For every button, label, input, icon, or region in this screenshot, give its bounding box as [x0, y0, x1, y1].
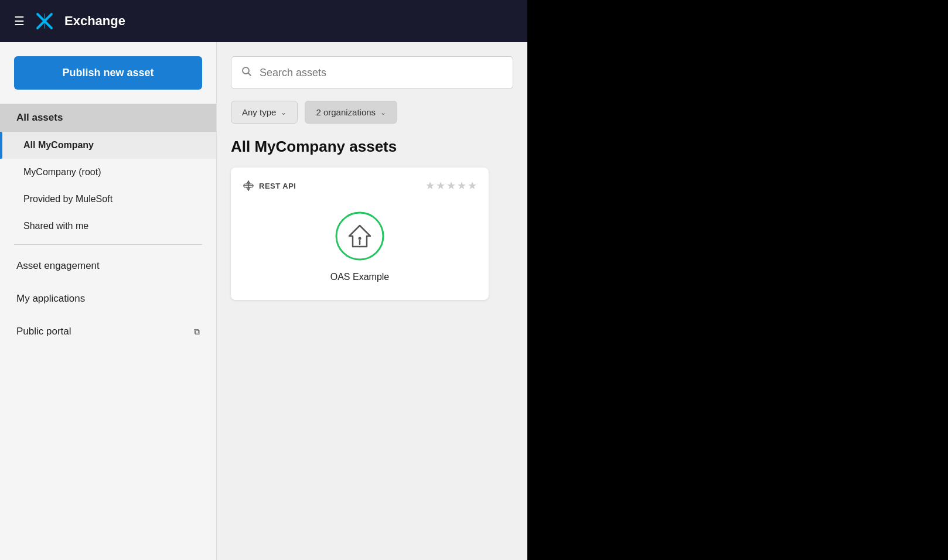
star-rating: ★ ★ ★ ★ ★	[425, 179, 477, 192]
external-link-icon: ⧉	[194, 327, 200, 337]
app-title: Exchange	[64, 13, 125, 29]
sidebar-navigation: All assets All MyCompany MyCompany (root…	[0, 104, 216, 348]
star-4: ★	[457, 179, 466, 192]
rest-api-icon	[243, 180, 254, 192]
exchange-logo	[34, 11, 55, 32]
star-5: ★	[468, 179, 477, 192]
sidebar-item-all-assets[interactable]: All assets	[0, 104, 216, 132]
publish-new-asset-button[interactable]: Publish new asset	[14, 56, 202, 90]
type-filter-label: Any type	[242, 107, 276, 117]
card-header: REST API ★ ★ ★ ★ ★	[243, 179, 477, 192]
star-1: ★	[425, 179, 435, 192]
sidebar-item-asset-engagement[interactable]: Asset engagement	[0, 250, 216, 282]
content-area: Any type ⌄ 2 organizations ⌄ All MyCompa…	[217, 42, 527, 560]
section-title: All MyCompany assets	[231, 138, 513, 156]
sidebar-item-mycompany-root[interactable]: MyCompany (root)	[0, 159, 216, 186]
star-3: ★	[446, 179, 456, 192]
sidebar: Publish new asset All assets All MyCompa…	[0, 42, 217, 560]
asset-card[interactable]: REST API ★ ★ ★ ★ ★	[231, 168, 489, 300]
type-filter-chevron-icon: ⌄	[281, 108, 287, 117]
svg-point-9	[336, 213, 383, 259]
main-container: Publish new asset All assets All MyCompa…	[0, 42, 527, 560]
org-filter-button[interactable]: 2 organizations ⌄	[305, 101, 397, 124]
search-icon	[241, 66, 253, 80]
type-filter-button[interactable]: Any type ⌄	[231, 101, 298, 124]
filter-row: Any type ⌄ 2 organizations ⌄	[231, 101, 513, 124]
sidebar-item-public-portal[interactable]: Public portal ⧉	[0, 315, 216, 348]
sidebar-item-all-mycompany[interactable]: All MyCompany	[0, 132, 216, 159]
org-filter-chevron-icon: ⌄	[380, 108, 386, 117]
public-portal-label: Public portal	[16, 326, 71, 337]
asset-type-text: REST API	[259, 182, 296, 190]
asset-type-label: REST API	[243, 180, 296, 192]
sidebar-divider	[14, 244, 202, 245]
hamburger-icon[interactable]: ☰	[14, 14, 25, 28]
asset-name: OAS Example	[330, 272, 389, 282]
top-navigation: ☰ Exchange	[0, 0, 527, 42]
sidebar-item-my-applications[interactable]: My applications	[0, 282, 216, 315]
svg-line-5	[248, 73, 251, 76]
sidebar-item-provided-by-mulesoft[interactable]: Provided by MuleSoft	[0, 186, 216, 213]
org-filter-label: 2 organizations	[316, 107, 376, 117]
card-body: OAS Example	[243, 204, 477, 288]
sidebar-item-shared-with-me[interactable]: Shared with me	[0, 213, 216, 240]
svg-point-11	[359, 237, 362, 240]
asset-engagement-label: Asset engagement	[16, 260, 100, 272]
search-input[interactable]	[260, 67, 503, 79]
search-bar-container	[231, 56, 513, 89]
asset-logo	[333, 210, 386, 262]
star-2: ★	[436, 179, 445, 192]
my-applications-label: My applications	[16, 293, 85, 305]
